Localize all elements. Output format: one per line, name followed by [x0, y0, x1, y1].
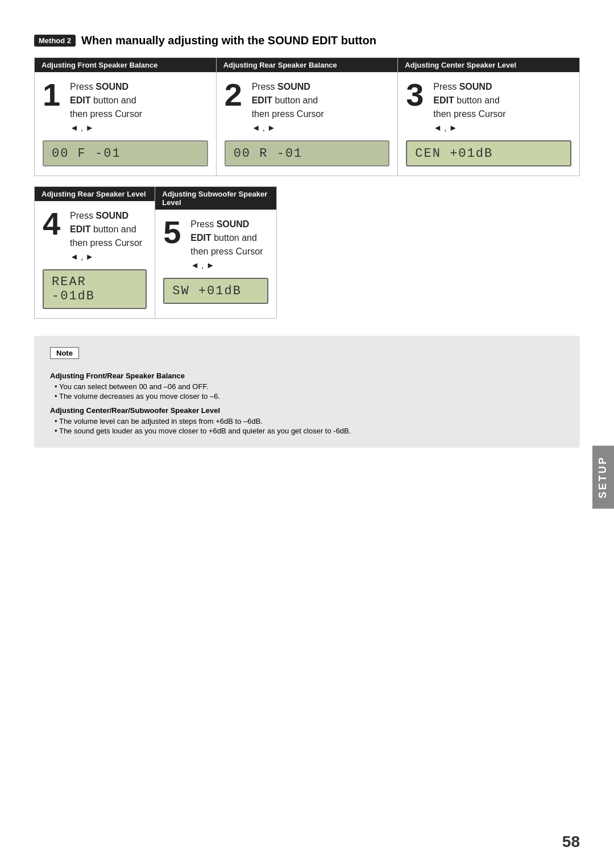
page: SETUP Method 2 When manually adjusting w… — [0, 0, 614, 868]
step3-header: Adjusting Center Speaker Level — [398, 58, 579, 72]
step4-cursors: ◄ , ► — [70, 252, 94, 261]
note-section: Note Adjusting Front/Rear Speaker Balanc… — [34, 336, 580, 448]
step3-text: Press SOUND EDIT button and then press C… — [433, 80, 505, 135]
step4-content: 4 Press SOUND EDIT button and then press… — [35, 207, 155, 264]
note-bullet-2-1: The volume level can be adjusted in step… — [55, 417, 564, 425]
page-number: 58 — [562, 833, 580, 851]
note-label: Note — [50, 347, 79, 359]
step4-header: Adjusting Rear Speaker Level — [35, 187, 155, 201]
step3-number: 3 — [406, 79, 428, 111]
note-bullet-1-2: The volume decreases as you move closer … — [55, 392, 564, 400]
method-header: Method 2 When manually adjusting with th… — [34, 34, 580, 47]
note-content: Adjusting Front/Rear Speaker Balance You… — [50, 372, 564, 435]
step3-content: 3 Press SOUND EDIT button and then press… — [398, 78, 579, 135]
step4-text: Press SOUND EDIT button and then press C… — [70, 209, 142, 264]
method-title: When manually adjusting with the SOUND E… — [81, 34, 376, 47]
note-bullet-2-2: The sound gets louder as you move closer… — [55, 427, 564, 435]
step1-number: 1 — [43, 79, 64, 111]
step-box-2: Adjusting Rear Speaker Balance 2 Press S… — [217, 57, 399, 176]
setup-tab: SETUP — [592, 446, 614, 509]
bottom-row: Adjusting Rear Speaker Level 4 Press SOU… — [34, 186, 398, 319]
step-box-1: Adjusting Front Speaker Balance 1 Press … — [34, 57, 217, 176]
note-bullet-1-1: You can select between 00 and –06 and OF… — [55, 382, 564, 391]
step4-number: 4 — [43, 208, 64, 240]
note-heading-1: Adjusting Front/Rear Speaker Balance — [50, 372, 564, 380]
step5-lcd: SW +01dB — [163, 278, 268, 304]
step-box-5: Adjusting Subwoofer Speaker Level 5 Pres… — [155, 186, 276, 319]
step5-text: Press SOUND EDIT button and then press C… — [190, 218, 263, 272]
top-row: Adjusting Front Speaker Balance 1 Press … — [34, 57, 580, 176]
step5-header: Adjusting Subwoofer Speaker Level — [155, 187, 276, 210]
step2-lcd: 00 R -01 — [225, 140, 390, 166]
step1-header: Adjusting Front Speaker Balance — [35, 58, 216, 72]
note-heading-2: Adjusting Center/Rear/Subwoofer Speaker … — [50, 406, 564, 415]
step4-lcd: REAR -01dB — [43, 269, 147, 309]
step3-lcd: CEN +01dB — [406, 140, 571, 166]
step2-content: 2 Press SOUND EDIT button and then press… — [217, 78, 398, 135]
step-box-4: Adjusting Rear Speaker Level 4 Press SOU… — [34, 186, 155, 319]
step5-cursors: ◄ , ► — [190, 260, 214, 270]
step2-cursors: ◄ , ► — [252, 123, 276, 132]
step1-text: Press SOUND EDIT button and then press C… — [70, 80, 142, 135]
step2-text: Press SOUND EDIT button and then press C… — [252, 80, 324, 135]
method-badge: Method 2 — [34, 35, 76, 47]
step5-content: 5 Press SOUND EDIT button and then press… — [155, 215, 276, 272]
step3-cursors: ◄ , ► — [433, 123, 457, 132]
step1-lcd: 00 F -01 — [43, 140, 208, 166]
step2-header: Adjusting Rear Speaker Balance — [217, 58, 398, 72]
step-box-3: Adjusting Center Speaker Level 3 Press S… — [398, 57, 580, 176]
step2-number: 2 — [225, 79, 246, 111]
step5-number: 5 — [163, 216, 185, 248]
step1-cursors: ◄ , ► — [70, 123, 94, 132]
step1-content: 1 Press SOUND EDIT button and then press… — [35, 78, 216, 135]
